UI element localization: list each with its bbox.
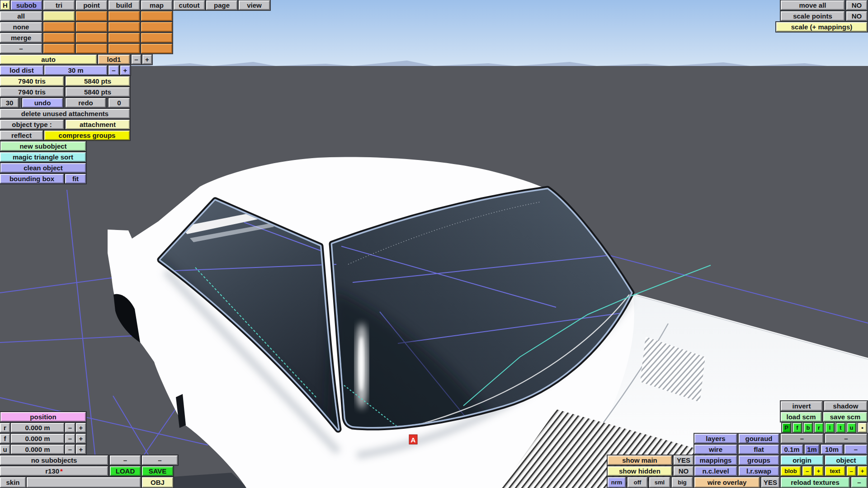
axis-r-minus[interactable]: – — [65, 423, 75, 432]
matrix-cell-r3c4[interactable] — [141, 33, 172, 42]
lod-minus[interactable]: – — [132, 55, 141, 64]
axis-r-value[interactable]: 0.000 m — [11, 423, 64, 432]
flag-r[interactable]: r — [815, 423, 823, 432]
select-merge[interactable]: merge — [0, 33, 42, 42]
flat-button[interactable]: flat — [739, 445, 779, 454]
scale-points-value[interactable]: NO — [846, 11, 867, 21]
nc-level-button[interactable]: n.c.level — [694, 466, 737, 476]
layers-dash-2[interactable]: – — [825, 434, 867, 443]
show-main-button[interactable]: show main — [608, 455, 672, 465]
origin-button[interactable]: origin — [781, 455, 823, 465]
select-dash[interactable]: – — [0, 44, 42, 53]
grid-step-1m[interactable]: 1m — [805, 445, 819, 454]
axis-f-minus[interactable]: – — [65, 434, 75, 443]
menu-point[interactable]: point — [76, 0, 107, 10]
nrm-button[interactable]: nrm — [608, 477, 626, 488]
flag-u[interactable]: u — [847, 423, 856, 432]
move-all-button[interactable]: move all — [781, 0, 844, 10]
object-type-value[interactable]: attachment — [66, 120, 130, 129]
text-plus[interactable]: + — [858, 466, 867, 476]
load-button[interactable]: LOAD — [110, 466, 141, 476]
scale-points-button[interactable]: scale points — [781, 11, 844, 21]
object-button[interactable]: object — [825, 455, 867, 465]
skin-button[interactable]: skin — [0, 477, 26, 488]
obj-export-button[interactable]: OBJ — [142, 477, 173, 488]
wire-button[interactable]: wire — [694, 445, 737, 454]
grid-step-dash[interactable]: – — [844, 445, 867, 454]
blob-button[interactable]: blob — [781, 466, 801, 476]
matrix-cell-r3c2[interactable] — [76, 33, 107, 42]
clean-object-button[interactable]: clean object — [0, 163, 86, 173]
flag-l[interactable]: l — [826, 423, 834, 432]
move-all-value[interactable]: NO — [846, 0, 867, 10]
load-scm-button[interactable]: load scm — [781, 412, 821, 422]
lod-dist-minus[interactable]: – — [108, 66, 119, 75]
axis-u-plus[interactable]: + — [76, 445, 86, 454]
menu-tri[interactable]: tri — [43, 0, 75, 10]
flag-P[interactable]: P — [782, 423, 791, 432]
flag-b[interactable]: b — [804, 423, 812, 432]
matrix-cell-r1c3[interactable] — [108, 11, 140, 21]
nrm-big-button[interactable]: big — [672, 477, 693, 488]
nrm-sml-button[interactable]: sml — [649, 477, 670, 488]
grid-step-01m[interactable]: 0.1m — [781, 445, 803, 454]
nrm-off-button[interactable]: off — [627, 477, 647, 488]
matrix-cell-r4c1[interactable] — [43, 44, 75, 53]
magic-triangle-sort-button[interactable]: magic triangle sort — [0, 152, 86, 162]
shadow-button[interactable]: shadow — [824, 401, 867, 411]
attachment-marker[interactable]: A — [409, 435, 417, 444]
lod-dist-value[interactable]: 30 m — [44, 66, 107, 75]
bounding-box-fit-button[interactable]: fit — [65, 174, 86, 183]
blob-minus[interactable]: – — [802, 466, 812, 476]
model-name[interactable]: r130* — [0, 466, 108, 476]
matrix-cell-r2c4[interactable] — [141, 22, 172, 32]
axis-f-plus[interactable]: + — [76, 434, 86, 443]
bounding-box-button[interactable]: bounding box — [0, 174, 64, 183]
text-button[interactable]: text — [825, 466, 845, 476]
menu-page[interactable]: page — [206, 0, 237, 10]
delete-unused-attachments-button[interactable]: delete unused attachments — [0, 109, 130, 118]
menu-h[interactable]: H — [0, 0, 10, 10]
skin-slot[interactable] — [27, 477, 141, 488]
invert-button[interactable]: invert — [781, 401, 822, 411]
flag-t[interactable]: t — [836, 423, 845, 432]
show-main-value[interactable]: YES — [674, 455, 693, 465]
reload-textures-dash[interactable]: – — [851, 477, 867, 488]
groups-button[interactable]: groups — [739, 455, 779, 465]
subobject-prev[interactable]: – — [110, 455, 141, 465]
matrix-cell-r2c2[interactable] — [76, 22, 107, 32]
show-hidden-button[interactable]: show hidden — [608, 466, 672, 476]
axis-f-value[interactable]: 0.000 m — [11, 434, 64, 443]
scale-mappings-button[interactable]: scale (+ mappings) — [776, 22, 867, 32]
lod-dist-plus[interactable]: + — [120, 66, 130, 75]
axis-r-plus[interactable]: + — [76, 423, 86, 432]
menu-view[interactable]: view — [239, 0, 270, 10]
save-scm-button[interactable]: save scm — [823, 412, 867, 422]
compress-groups-button[interactable]: compress groups — [44, 131, 130, 140]
redo-button[interactable]: redo — [66, 98, 106, 108]
undo-button[interactable]: undo — [22, 98, 63, 108]
lod-plus[interactable]: + — [142, 55, 152, 64]
flag-dot[interactable]: • — [858, 423, 867, 432]
matrix-cell-r3c3[interactable] — [108, 33, 140, 42]
matrix-cell-r2c3[interactable] — [108, 22, 140, 32]
flag-f[interactable]: f — [793, 423, 802, 432]
wire-overlay-value[interactable]: YES — [761, 477, 779, 488]
menu-subob[interactable]: subob — [11, 0, 42, 10]
viewport-3d[interactable]: A — [0, 0, 868, 488]
axis-u-value[interactable]: 0.000 m — [11, 445, 64, 454]
matrix-cell-r1c4[interactable] — [141, 11, 172, 21]
show-hidden-value[interactable]: NO — [674, 466, 693, 476]
matrix-cell-r4c3[interactable] — [108, 44, 140, 53]
matrix-cell-r2c1[interactable] — [43, 22, 75, 32]
layers-dash-1[interactable]: – — [781, 434, 823, 443]
matrix-cell-r4c2[interactable] — [76, 44, 107, 53]
matrix-cell-r1c2[interactable] — [76, 11, 107, 21]
text-minus[interactable]: – — [847, 466, 856, 476]
matrix-cell-r1c1[interactable] — [43, 11, 75, 21]
menu-build[interactable]: build — [108, 0, 140, 10]
wire-overlay-button[interactable]: wire overlay — [694, 477, 760, 488]
new-subobject-button[interactable]: new subobject — [0, 141, 86, 151]
grid-step-10m[interactable]: 10m — [821, 445, 843, 454]
menu-cutout[interactable]: cutout — [174, 0, 205, 10]
